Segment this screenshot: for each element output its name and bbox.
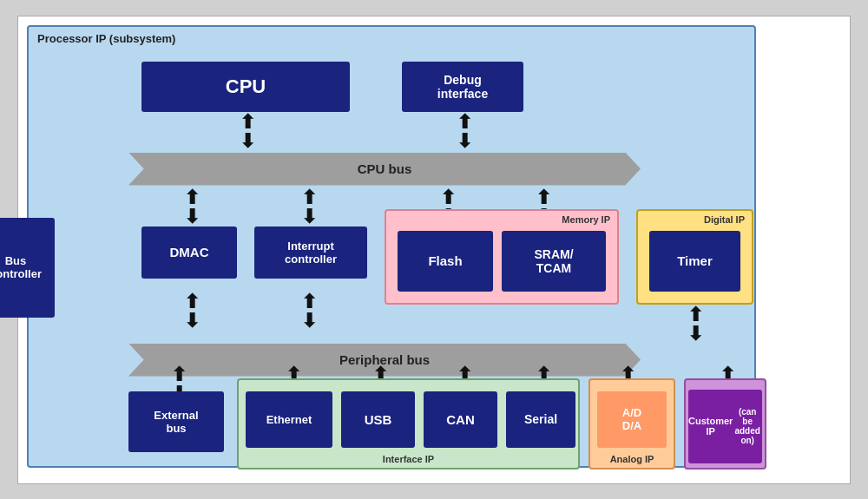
arrow-dmac-periphbus: ⬆ ⬇ [179,281,205,342]
timer-box: Timer [649,231,740,292]
serial-box: Serial [506,391,575,448]
arrow-extbus-periph: ⬆ ⬇ [166,378,192,391]
can-box: CAN [424,391,497,448]
memory-ip-label: Memory IP [562,214,610,225]
arrow-dmac-cpubus: ⬆ ⬇ [179,190,205,225]
arrow-interrupt-cpubus: ⬆ ⬇ [296,190,322,225]
arrow-interrupt-periphbus: ⬆ ⬇ [296,281,322,342]
customer-ip-box: Customer IP(can be added on) [688,390,762,463]
interface-ip-label: Interface IP [383,454,434,464]
arrow-cpu-bus: ⬆ ⬇ [234,114,260,150]
processor-ip-label: Processor IP (subsystem) [37,32,175,45]
cpu-bus: CPU bus [128,153,641,186]
interrupt-box: Interruptcontroller [254,227,367,279]
digital-ip-label: Digital IP [704,214,745,225]
external-bus-box: Externalbus [128,391,224,452]
arrow-timer-periphbus: ⬆ ⬇ [682,307,708,342]
processor-ip-subsystem: Processor IP (subsystem) CPU Debuginterf… [27,25,756,468]
dmac-box: DMAC [141,227,237,279]
bus-controller: Buscontroller [0,218,55,318]
arrow-debug-bus: ⬆ ⬇ [451,114,477,150]
sram-box: SRAM/TCAM [502,231,606,292]
cpu-box: CPU [141,62,350,112]
ethernet-box: Ethernet [246,391,332,448]
diagram-wrapper: Processor IP (subsystem) CPU Debuginterf… [17,16,851,484]
ada-box: A/DD/A [597,391,667,448]
analog-ip-label: Analog IP [610,454,654,464]
flash-box: Flash [398,231,493,292]
usb-box: USB [341,391,415,448]
debug-box: Debuginterface [402,62,523,112]
